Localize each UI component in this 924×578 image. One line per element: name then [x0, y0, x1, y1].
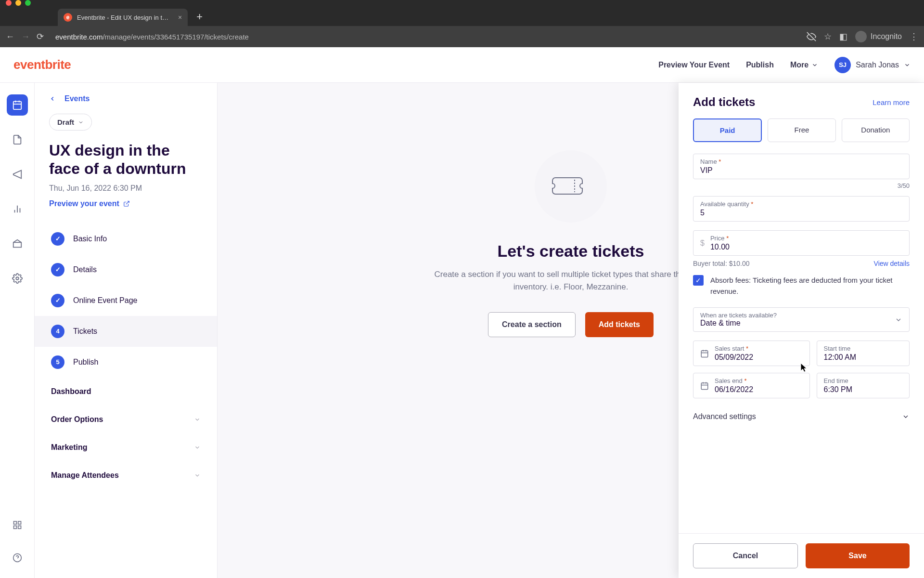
- rail-orders-icon[interactable]: [7, 129, 28, 150]
- svg-rect-12: [13, 526, 16, 529]
- extensions-icon[interactable]: ◧: [839, 31, 847, 42]
- user-menu[interactable]: SJ Sarah Jonas: [834, 57, 911, 73]
- check-icon: [51, 232, 64, 246]
- avatar: SJ: [834, 57, 851, 73]
- preview-event-link[interactable]: Preview Your Event: [658, 61, 730, 69]
- quantity-field[interactable]: Available quantity *: [693, 196, 910, 222]
- price-input[interactable]: [710, 242, 902, 251]
- section-order-options[interactable]: Order Options: [49, 406, 203, 434]
- chevron-down-icon: [811, 62, 818, 68]
- add-tickets-button[interactable]: Add tickets: [585, 312, 654, 337]
- absorb-fees-label: Absorb fees: Ticketing fees are deducted…: [710, 275, 910, 297]
- start-time-field[interactable]: Start time: [817, 341, 910, 366]
- rail-settings-icon[interactable]: [7, 268, 28, 289]
- event-date: Thu, Jun 16, 2022 6:30 PM: [49, 184, 203, 193]
- step-details[interactable]: Details: [49, 254, 203, 285]
- svg-rect-11: [18, 526, 21, 529]
- incognito-icon: [855, 31, 867, 42]
- section-marketing[interactable]: Marketing: [49, 434, 203, 461]
- eventbrite-logo[interactable]: eventbrite: [13, 57, 71, 72]
- sales-start-input[interactable]: [715, 352, 803, 362]
- svg-rect-10: [18, 522, 21, 525]
- availability-select[interactable]: When are tickets available? Date & time: [693, 307, 910, 332]
- tab-favicon: e: [64, 13, 72, 22]
- svg-point-8: [16, 277, 19, 280]
- rail-finance-icon[interactable]: [7, 233, 28, 254]
- preview-event-link[interactable]: Preview your event: [49, 199, 203, 208]
- sidebar: Events Draft UX design in the face of a …: [35, 83, 218, 578]
- rail-reports-icon[interactable]: [7, 198, 28, 220]
- rail-help-icon[interactable]: [7, 547, 28, 568]
- rail-apps-icon[interactable]: [7, 514, 28, 536]
- rail-events-icon[interactable]: [7, 94, 28, 116]
- eye-off-icon[interactable]: [807, 32, 816, 41]
- check-icon: [51, 294, 64, 307]
- sales-end-field[interactable]: Sales end *: [693, 373, 810, 398]
- step-online-event-page[interactable]: Online Event Page: [49, 285, 203, 316]
- traffic-minimize[interactable]: [15, 0, 21, 6]
- chevron-down-icon: [194, 472, 201, 479]
- ticket-type-free[interactable]: Free: [768, 118, 835, 142]
- browser-tab-bar: e Eventbrite - Edit UX design in t… × +: [0, 6, 924, 26]
- tab-close-icon[interactable]: ×: [178, 13, 182, 21]
- advanced-settings-toggle[interactable]: Advanced settings: [693, 405, 910, 428]
- browser-tab[interactable]: e Eventbrite - Edit UX design in t… ×: [58, 9, 188, 26]
- browser-toolbar: ← → ⟳ eventbrite.com/manage/events/33645…: [0, 26, 924, 47]
- more-menu[interactable]: More: [790, 61, 818, 69]
- calendar-icon: [700, 349, 709, 358]
- ticket-type-donation[interactable]: Donation: [842, 118, 910, 142]
- step-tickets[interactable]: 4 Tickets: [35, 316, 217, 347]
- back-to-events[interactable]: Events: [49, 94, 203, 103]
- app-header: eventbrite Preview Your Event Publish Mo…: [0, 47, 924, 83]
- name-field[interactable]: Name *: [693, 154, 910, 179]
- name-input[interactable]: [700, 165, 902, 175]
- svg-line-15: [126, 201, 129, 204]
- cancel-button[interactable]: Cancel: [693, 543, 798, 568]
- section-dashboard[interactable]: Dashboard: [49, 378, 203, 406]
- traffic-zoom[interactable]: [25, 0, 31, 6]
- price-field[interactable]: $ Price *: [693, 230, 910, 256]
- chevron-down-icon: [895, 316, 902, 324]
- chevron-down-icon: [902, 413, 910, 420]
- back-icon[interactable]: ←: [6, 32, 14, 42]
- chevron-down-icon: [194, 416, 201, 423]
- forward-icon[interactable]: →: [21, 32, 30, 42]
- menu-dots-icon[interactable]: ⋮: [910, 31, 918, 42]
- rail-marketing-icon[interactable]: [7, 164, 28, 185]
- page-title: Let's create tickets: [498, 242, 644, 261]
- add-tickets-drawer: Add tickets Learn more Paid Free Donatio…: [679, 83, 924, 578]
- check-icon: [51, 263, 64, 276]
- external-link-icon: [123, 200, 130, 207]
- svg-rect-1: [13, 102, 21, 110]
- status-dropdown[interactable]: Draft: [49, 114, 92, 131]
- svg-rect-17: [701, 351, 708, 357]
- create-section-button[interactable]: Create a section: [488, 312, 576, 337]
- reload-icon[interactable]: ⟳: [37, 31, 44, 42]
- learn-more-link[interactable]: Learn more: [873, 98, 910, 106]
- step-basic-info[interactable]: Basic Info: [49, 223, 203, 254]
- start-time-input[interactable]: [824, 352, 902, 362]
- step-publish[interactable]: 5 Publish: [49, 347, 203, 378]
- icon-rail: [0, 83, 35, 578]
- step-number: 5: [51, 355, 64, 369]
- view-details-link[interactable]: View details: [874, 260, 910, 267]
- save-button[interactable]: Save: [806, 543, 910, 568]
- absorb-fees-checkbox[interactable]: ✓: [693, 275, 704, 286]
- publish-link[interactable]: Publish: [746, 61, 774, 69]
- ticket-type-paid[interactable]: Paid: [693, 118, 762, 142]
- quantity-input[interactable]: [700, 208, 902, 217]
- traffic-close[interactable]: [6, 0, 12, 6]
- end-time-field[interactable]: End time: [817, 373, 910, 398]
- incognito-badge[interactable]: Incognito: [855, 31, 902, 42]
- currency-symbol: $: [700, 239, 705, 248]
- end-time-input[interactable]: [824, 384, 902, 394]
- buyer-total: Buyer total: $10.00: [693, 260, 750, 267]
- name-counter: 3/50: [693, 182, 910, 189]
- chevron-down-icon: [904, 62, 911, 68]
- section-manage-attendees[interactable]: Manage Attendees: [49, 461, 203, 489]
- new-tab-button[interactable]: +: [196, 11, 203, 23]
- sales-end-input[interactable]: [715, 384, 803, 394]
- address-bar[interactable]: eventbrite.com/manage/events/33645173519…: [51, 33, 800, 41]
- star-icon[interactable]: ☆: [824, 31, 832, 42]
- sales-start-field[interactable]: Sales start *: [693, 341, 810, 366]
